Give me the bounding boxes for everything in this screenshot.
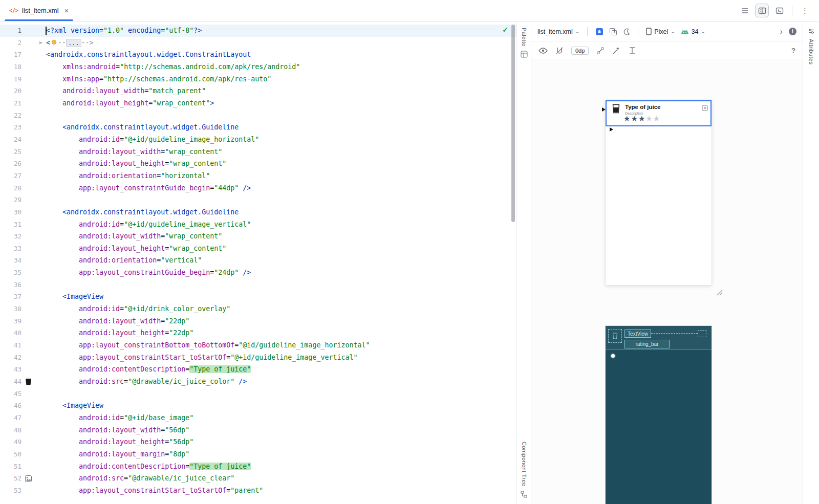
- code-line[interactable]: 52 android:src="@drawable/ic_juice_clear…: [0, 472, 516, 485]
- code-line[interactable]: 22: [0, 109, 516, 122]
- code-text: android:layout_width="56dp": [46, 424, 516, 436]
- code-line[interactable]: 47 android:id="@+id/base_image": [0, 412, 516, 424]
- design-canvas[interactable]: Type of juice Description ★★★★★: [531, 59, 803, 504]
- code-token: "vertical": [161, 256, 202, 264]
- help-icon[interactable]: ?: [791, 47, 795, 54]
- code-line[interactable]: 53 app:layout_constraintStart_toStartOf=…: [0, 485, 516, 497]
- fold-chevron-icon[interactable]: >: [35, 37, 46, 49]
- code-line[interactable]: 26 android:layout_height="wrap_content": [0, 158, 516, 170]
- code-line[interactable]: 23 <androidx.constraintlayout.widget.Gui…: [0, 121, 516, 134]
- code-line[interactable]: 19 xmlns:app="http://schemas.android.com…: [0, 73, 516, 85]
- code-line[interactable]: 18 xmlns:android="http://schemas.android…: [0, 61, 516, 73]
- code-line[interactable]: 2><--...-->: [0, 37, 516, 49]
- juice-gutter-icon[interactable]: [21, 376, 35, 388]
- device-selector[interactable]: Pixel ⌄: [646, 28, 675, 35]
- code-line[interactable]: 27 android:orientation="horizontal": [0, 170, 516, 182]
- code-line[interactable]: 25 android:layout_width="wrap_content": [0, 146, 516, 158]
- gutter-icon-slot: [21, 303, 35, 315]
- code-line[interactable]: 24 android:id="@+id/guideline_image_hori…: [0, 134, 516, 146]
- code-line[interactable]: 50 android:layout_margin="8dp": [0, 448, 516, 461]
- code-line[interactable]: 39 android:layout_width="22dp": [0, 315, 516, 327]
- close-tab-icon[interactable]: ×: [64, 7, 69, 14]
- active-tab-indicator: [5, 19, 73, 21]
- code-line[interactable]: 36: [0, 279, 516, 291]
- tab-title: list_item.xml: [22, 7, 59, 14]
- next-arrow-icon[interactable]: ›: [780, 27, 783, 36]
- code-line[interactable]: 38 android:id="@+id/drink_color_overlay": [0, 303, 516, 315]
- component-tree-tab[interactable]: Component Tree: [521, 442, 527, 487]
- palette-tab[interactable]: Palette: [521, 28, 527, 47]
- resize-handle[interactable]: [716, 289, 723, 296]
- code-line[interactable]: 44 android:src="@drawable/ic_juice_color…: [0, 376, 516, 388]
- pack-icon: [628, 47, 636, 55]
- issues-panel-icon[interactable]: i: [789, 28, 796, 35]
- line-number: 39: [0, 315, 21, 327]
- night-mode-button[interactable]: [623, 28, 630, 35]
- gutter-icon-slot: [21, 327, 35, 339]
- code-line[interactable]: 32 android:layout_width="wrap_content": [0, 230, 516, 243]
- view-options-button[interactable]: [538, 48, 548, 54]
- design-view-button[interactable]: [772, 4, 786, 17]
- api-level-selector[interactable]: 34 ⌄: [681, 28, 705, 35]
- component-tree-icon[interactable]: [521, 491, 528, 498]
- list-item-preview[interactable]: Type of juice Description ★★★★★: [606, 100, 712, 126]
- code-line[interactable]: 51 android:contentDescription="Type of j…: [0, 461, 516, 473]
- code-line[interactable]: 45: [0, 388, 516, 400]
- code-line[interactable]: 17<androidx.constraintlayout.widget.Cons…: [0, 49, 516, 61]
- code-line[interactable]: 35 app:layout_constraintGuide_begin="24d…: [0, 267, 516, 279]
- code-line[interactable]: 43 android:contentDescription="Type of j…: [0, 363, 516, 376]
- code-line[interactable]: 1<?xml version="1.0" encoding="utf-8"?>: [0, 25, 516, 37]
- blueprint-card[interactable]: TextView rating_bar: [606, 326, 712, 504]
- split-view-button[interactable]: [755, 4, 769, 17]
- code-area: 1<?xml version="1.0" encoding="utf-8"?>2…: [0, 21, 516, 497]
- code-line[interactable]: 42 app:layout_constraintStart_toStartOf=…: [0, 352, 516, 364]
- design-preview-card[interactable]: Type of juice Description ★★★★★: [606, 100, 712, 285]
- code-line[interactable]: 40 android:layout_height="22dp": [0, 327, 516, 339]
- blueprint-corner-widget[interactable]: [698, 330, 706, 337]
- fold-slot: [35, 339, 46, 352]
- rating-stars[interactable]: ★★★★★: [623, 114, 660, 124]
- tab-list-item-xml[interactable]: </> list_item.xml ×: [3, 0, 75, 21]
- autoconnect-button[interactable]: [555, 47, 564, 55]
- code-line[interactable]: 30 <androidx.constraintlayout.widget.Gui…: [0, 206, 516, 218]
- code-line[interactable]: 46 <ImageView: [0, 400, 516, 412]
- code-line[interactable]: 48 android:layout_width="56dp": [0, 424, 516, 436]
- code-token: [46, 474, 79, 482]
- more-options-icon[interactable]: ⋮: [798, 4, 812, 17]
- pack-button[interactable]: [628, 47, 636, 55]
- intention-bulb-icon[interactable]: [52, 40, 56, 45]
- file-selector[interactable]: list_item.xml ⌄: [537, 28, 579, 35]
- attributes-tab[interactable]: Attributes: [808, 39, 814, 64]
- code-line[interactable]: 21 android:layout_height="wrap_content">: [0, 97, 516, 109]
- default-margin-selector[interactable]: 0dp: [571, 47, 589, 55]
- code-line[interactable]: 34 android:orientation="vertical": [0, 254, 516, 267]
- code-line[interactable]: 28 app:layout_constraintGuide_begin="44d…: [0, 182, 516, 194]
- code-line[interactable]: 33 android:layout_height="wrap_content": [0, 243, 516, 255]
- fold-slot: [35, 485, 46, 497]
- inspections-ok-icon[interactable]: ✓: [502, 26, 508, 34]
- folded-region[interactable]: ...: [66, 39, 81, 47]
- code-line[interactable]: 31 android:id="@+id/guideline_image_vert…: [0, 218, 516, 231]
- orientation-variants-button[interactable]: [609, 28, 617, 36]
- code-view-button[interactable]: [738, 4, 751, 17]
- blueprint-rating-bar[interactable]: rating_bar: [624, 340, 670, 348]
- code-line[interactable]: 49 android:layout_height="56dp": [0, 436, 516, 448]
- blueprint-image-placeholder[interactable]: [608, 329, 622, 343]
- code-token: [46, 269, 79, 276]
- android-studio-window: </> list_item.xml × ⋮ 1<?xml version="1.…: [0, 0, 819, 504]
- attributes-icon[interactable]: [808, 28, 815, 35]
- code-line[interactable]: 29: [0, 194, 516, 206]
- code-line[interactable]: 41 app:layout_constraintBottom_toBottomO…: [0, 339, 516, 352]
- infer-constraints-button[interactable]: [612, 47, 620, 55]
- code-line[interactable]: 37 <ImageView: [0, 291, 516, 303]
- image-gutter-icon[interactable]: [21, 472, 35, 485]
- design-surface-button[interactable]: [595, 28, 604, 36]
- editor-scrollbar[interactable]: [511, 25, 515, 222]
- code-line[interactable]: 20 android:layout_width="match_parent": [0, 85, 516, 97]
- palette-icon[interactable]: [521, 51, 528, 58]
- blueprint-anchor-handle[interactable]: [611, 354, 615, 358]
- code-editor[interactable]: 1<?xml version="1.0" encoding="utf-8"?>2…: [0, 21, 517, 504]
- code-token: =: [144, 87, 148, 95]
- blueprint-textview[interactable]: TextView: [624, 330, 651, 338]
- clear-constraints-button[interactable]: [596, 47, 605, 55]
